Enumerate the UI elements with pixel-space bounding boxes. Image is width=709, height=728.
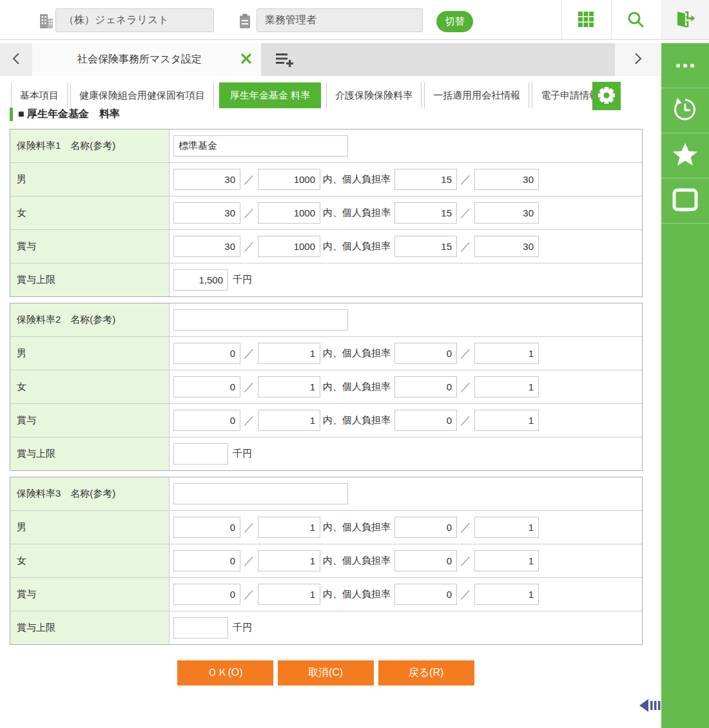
rate2-bonus-denominator-input[interactable] [258,410,320,431]
rate3-bonus-personal-denominator-input[interactable] [474,584,539,605]
rate1-bonus-cap-input[interactable] [173,269,228,291]
ok-button[interactable]: ＯＫ(O) [177,660,273,685]
tab-pension-fund-rate[interactable]: 厚生年金基金 料率 [219,82,321,108]
tab-scroll-left-button[interactable] [0,43,32,76]
rate3-bonus-denominator-input[interactable] [258,584,320,605]
rate1-bonus-personal-denominator-input[interactable] [474,236,539,257]
rate1-name-input[interactable] [173,135,348,157]
rate3-bonus-personal-numerator-input[interactable] [394,584,457,605]
clipboard-icon [238,13,252,32]
rate3-male-numerator-input[interactable] [173,517,240,538]
rate3-female-personal-denominator-input[interactable] [474,550,539,571]
rate2-bonus-personal-denominator-input[interactable] [474,410,539,431]
row-label: 男 [10,337,170,370]
rate2-male-numerator-input[interactable] [173,343,240,364]
row-label: 女 [10,544,170,577]
table-row: 保険料率2 名称(参考) [10,303,642,336]
sidebar-history-button[interactable] [661,88,709,133]
document-tabstrip: 社会保険事務所マスタ設定 [0,43,661,76]
slash-separator: ／ [244,587,255,602]
rate3-female-personal-numerator-input[interactable] [394,550,457,571]
rate1-male-numerator-input[interactable] [173,169,240,190]
settings-button[interactable] [592,82,621,110]
company-field-value: （株）ジェネラリスト [64,14,169,27]
personal-share-label: 内、個人負担率 [323,588,391,600]
tab-scroll-right-button[interactable] [615,43,661,76]
cancel-button[interactable]: 取消(C) [278,660,374,685]
slash-separator: ／ [244,172,255,187]
rate2-bonus-numerator-input[interactable] [173,410,240,431]
rate1-male-denominator-input[interactable] [258,169,320,190]
rate1-bonus-numerator-input[interactable] [173,236,240,257]
rate3-male-personal-denominator-input[interactable] [474,517,539,538]
slash-separator: ／ [460,553,471,568]
row-label: 賞与 [10,578,170,611]
rate2-female-denominator-input[interactable] [258,376,320,398]
role-field[interactable]: 業務管理者 [257,8,423,32]
rate2-male-personal-numerator-input[interactable] [394,343,457,364]
sidebar-favorites-button[interactable] [661,133,709,178]
rate1-bonus-personal-numerator-input[interactable] [394,236,457,257]
rate3-female-denominator-input[interactable] [258,550,320,571]
table-row: 賞与上限 千円 [10,437,642,470]
thousand-yen-unit-label: 千円 [233,448,252,460]
rate2-bonus-cap-input[interactable] [173,443,228,465]
logout-icon [675,10,695,31]
tab-basic-items[interactable]: 基本項目 [11,82,68,108]
back-button[interactable]: 戻る(R) [378,660,474,685]
row-label: 賞与 [10,404,170,437]
table-row: 女 ／ 内、個人負担率 ／ [10,370,642,403]
rate1-female-numerator-input[interactable] [173,202,240,224]
company-field[interactable]: （株）ジェネラリスト [55,8,214,32]
rate1-female-denominator-input[interactable] [258,202,320,224]
tab-blanket-company-info[interactable]: 一括適用用会社情報 [424,82,529,108]
rate1-female-personal-denominator-input[interactable] [474,202,539,224]
logout-button[interactable] [674,9,696,31]
document-tab-title: 社会保険事務所マスタ設定 [40,53,239,66]
tab-health-insurance-union[interactable]: 健康保険組合用健保固有項目 [70,82,214,108]
table-row: 男 ／ 内、個人負担率 ／ [10,510,642,544]
rate2-female-personal-denominator-input[interactable] [474,376,539,398]
row-label: 男 [10,163,170,196]
add-tab-button[interactable] [271,50,299,70]
personal-share-label: 内、個人負担率 [323,240,391,253]
active-document-tab[interactable]: 社会保険事務所マスタ設定 [32,43,261,76]
slash-separator: ／ [244,239,255,254]
rate2-female-numerator-input[interactable] [173,376,240,398]
rate-table-2: 保険料率2 名称(参考) 男 ／ 内、個人負担率 ／ 女 ／ 内、個人負担率 ／… [10,303,643,471]
slash-separator: ／ [460,520,471,535]
rate2-name-input[interactable] [173,309,348,330]
rate1-female-personal-numerator-input[interactable] [394,202,457,224]
rate1-bonus-denominator-input[interactable] [258,236,320,257]
search-button[interactable] [625,9,646,31]
rate3-male-denominator-input[interactable] [258,517,320,538]
rate3-female-numerator-input[interactable] [173,550,240,571]
sidebar-inbox-button[interactable] [661,178,709,224]
rate3-male-personal-numerator-input[interactable] [394,517,457,538]
rate3-name-input[interactable] [173,483,348,504]
row-label: 賞与上限 [10,263,170,296]
rate3-bonus-cap-input[interactable] [173,617,228,638]
switch-button[interactable]: 切替 [436,11,473,32]
table-row: 保険料率3 名称(参考) [10,477,642,510]
rate1-male-personal-denominator-input[interactable] [474,169,539,190]
table-row: 賞与上限 千円 [10,611,642,644]
rate2-female-personal-numerator-input[interactable] [394,376,457,398]
personal-share-label: 内、個人負担率 [323,521,391,533]
row-label: 賞与上限 [10,437,170,470]
rate2-male-personal-denominator-input[interactable] [474,343,539,364]
footer-buttons: ＯＫ(O) 取消(C) 戻る(R) [10,660,641,685]
tab-nursing-insurance-rate[interactable]: 介護保険保険料率 [326,82,422,108]
rate2-bonus-personal-numerator-input[interactable] [394,410,457,431]
rate3-bonus-numerator-input[interactable] [173,584,240,605]
apps-menu-button[interactable] [575,9,597,31]
sidebar-more-button[interactable] [661,43,709,88]
thousand-yen-unit-label: 千円 [233,274,252,286]
thousand-yen-unit-label: 千円 [233,622,252,634]
personal-share-label: 内、個人負担率 [323,347,391,359]
rate2-male-denominator-input[interactable] [258,343,320,364]
table-row: 賞与 ／ 内、個人負担率 ／ [10,403,642,437]
close-tab-button[interactable] [239,53,253,66]
search-icon [626,10,645,30]
rate1-male-personal-numerator-input[interactable] [394,169,457,190]
